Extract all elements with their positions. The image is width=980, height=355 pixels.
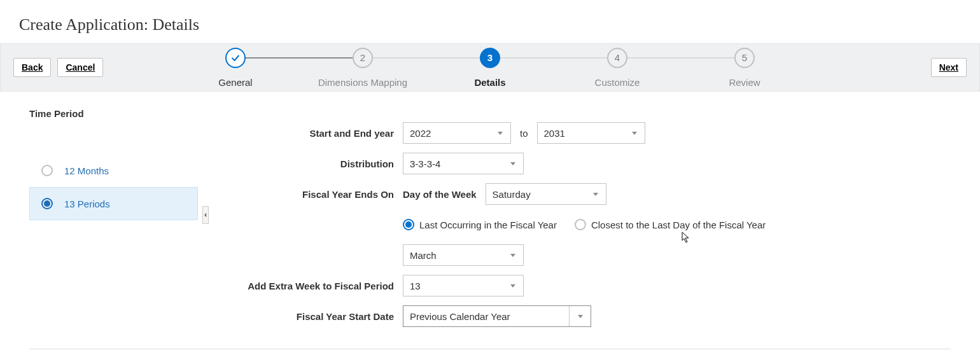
- radio-label: Closest to the Last Day of the Fiscal Ye…: [591, 219, 766, 230]
- day-of-week-select[interactable]: Saturday: [486, 183, 606, 205]
- step-details[interactable]: 3 Details: [426, 48, 554, 88]
- radio-label: Last Occurring in the Fiscal Year: [419, 219, 557, 230]
- chevron-down-icon: [592, 190, 599, 198]
- wizard-steps: General 2 Dimensions Mapping 3 Details 4…: [172, 48, 808, 88]
- select-value: 3-3-3-4: [410, 158, 440, 169]
- svg-marker-7: [578, 315, 583, 318]
- chevron-down-icon: [569, 306, 591, 326]
- radio-icon: [41, 165, 53, 176]
- step-label: Dimensions Mapping: [318, 77, 407, 88]
- svg-marker-5: [510, 254, 515, 257]
- label-add-extra-week: Add Extra Week to Fiscal Period: [237, 281, 403, 291]
- wizard-stepper-bar: Back Cancel General 2 Dimensions Mapping…: [0, 43, 980, 92]
- label-distribution: Distribution: [237, 158, 403, 169]
- select-value: 2031: [544, 128, 565, 139]
- radio-icon: [403, 219, 414, 230]
- chevron-down-icon: [509, 282, 517, 289]
- end-year-select[interactable]: 2031: [537, 122, 645, 144]
- svg-marker-2: [632, 132, 637, 135]
- step-number: 3: [480, 48, 500, 68]
- select-value: 13: [410, 281, 421, 291]
- select-value: March: [410, 250, 437, 261]
- step-review[interactable]: 5 Review: [681, 48, 808, 88]
- next-button[interactable]: Next: [931, 58, 967, 77]
- radio-closest-last-day[interactable]: Closest to the Last Day of the Fiscal Ye…: [575, 219, 766, 230]
- step-number: 5: [734, 48, 755, 68]
- distribution-select[interactable]: 3-3-3-4: [403, 153, 524, 174]
- select-value: Saturday: [493, 189, 531, 200]
- to-text: to: [520, 128, 528, 139]
- radio-icon: [41, 198, 53, 209]
- step-label: Details: [474, 77, 505, 88]
- label-start-end-year: Start and End year: [237, 128, 403, 139]
- chevron-down-icon: [631, 129, 638, 137]
- select-value: Previous Calendar Year: [410, 311, 510, 322]
- svg-marker-4: [593, 193, 598, 196]
- label-fiscal-year-start-date: Fiscal Year Start Date: [237, 311, 403, 322]
- svg-marker-6: [510, 284, 515, 288]
- chevron-down-icon: [496, 129, 504, 137]
- period-option-list: 12 Months 13 Periods: [29, 154, 198, 220]
- svg-marker-1: [498, 132, 503, 135]
- chevron-down-icon: [509, 160, 517, 167]
- page-title: Create Application: Details: [0, 0, 980, 43]
- option-label: 12 Months: [64, 165, 109, 176]
- cancel-button[interactable]: Cancel: [57, 58, 103, 77]
- period-option-12-months[interactable]: 12 Months: [29, 154, 198, 187]
- fiscal-year-start-date-select[interactable]: Previous Calendar Year: [403, 305, 591, 327]
- step-general[interactable]: General: [172, 48, 299, 88]
- start-year-select[interactable]: 2022: [403, 122, 511, 144]
- checkmark-icon: [225, 48, 246, 68]
- label-day-of-week: Day of the Week: [403, 189, 477, 200]
- period-option-13-periods[interactable]: 13 Periods: [29, 187, 198, 220]
- divider: [29, 349, 951, 349]
- chevron-down-icon: [509, 251, 517, 259]
- step-customize[interactable]: 4 Customize: [554, 48, 681, 88]
- extra-week-select[interactable]: 13: [403, 275, 524, 296]
- label-fiscal-year-ends-on: Fiscal Year Ends On: [237, 189, 403, 200]
- select-value: 2022: [410, 128, 431, 139]
- back-button[interactable]: Back: [13, 58, 51, 77]
- radio-icon: [575, 219, 586, 230]
- svg-marker-3: [510, 162, 515, 165]
- step-label: General: [218, 77, 252, 88]
- option-label: 13 Periods: [64, 198, 110, 209]
- step-number: 2: [353, 48, 373, 68]
- step-label: Review: [729, 77, 760, 88]
- step-label: Customize: [595, 77, 640, 88]
- radio-last-occurring[interactable]: Last Occurring in the Fiscal Year: [403, 219, 557, 230]
- section-title-time-period: Time Period: [29, 108, 198, 119]
- fiscal-month-select[interactable]: March: [403, 244, 524, 266]
- step-number: 4: [607, 48, 627, 68]
- step-dimensions-mapping[interactable]: 2 Dimensions Mapping: [299, 48, 426, 88]
